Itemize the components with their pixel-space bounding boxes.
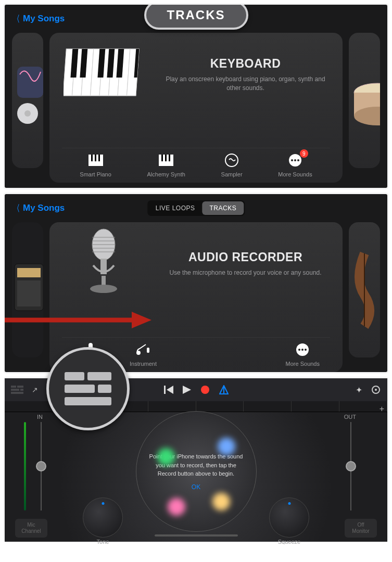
- back-label: My Songs: [23, 203, 65, 213]
- microphone-image: [62, 232, 145, 294]
- svg-point-49: [301, 349, 304, 351]
- svg-rect-62: [164, 386, 166, 394]
- svg-rect-60: [20, 389, 23, 391]
- segmented-control[interactable]: LIVE LOOPS TRACKS: [147, 200, 245, 216]
- tracks-view-callout-circle: [46, 347, 130, 430]
- instrument-desc: Play an onscreen keyboard using piano, o…: [161, 75, 330, 93]
- input-meter: [24, 422, 26, 510]
- svg-rect-46: [147, 348, 149, 353]
- instrument-carousel[interactable]: AUDIO RECORDER Use the microphone to rec…: [5, 222, 387, 374]
- svg-rect-56: [65, 397, 111, 405]
- magic-button[interactable]: ✦: [356, 385, 362, 395]
- record-button[interactable]: [200, 385, 210, 394]
- preset-label: Sampler: [221, 171, 243, 177]
- svg-rect-54: [65, 385, 95, 393]
- input-slider[interactable]: [33, 422, 49, 510]
- preset-more-sounds[interactable]: 9 More Sounds: [278, 152, 312, 177]
- preset-row: Smart Piano Alchemy Synth Sampler: [62, 148, 330, 177]
- red-arrow-annotation: [3, 310, 153, 330]
- preset-more-sounds[interactable]: More Sounds: [286, 342, 320, 367]
- tracks-callout-pill: TRACKS: [144, 3, 248, 30]
- tracks-view-icon: [65, 372, 111, 405]
- preset-label: Instrument: [130, 361, 157, 367]
- instrument-desc: Use the microphone to record your voice …: [161, 269, 330, 277]
- back-button[interactable]: 〈 My Songs: [12, 13, 65, 25]
- output-slider[interactable]: [343, 422, 359, 510]
- guitar-mic-icon: [135, 342, 151, 357]
- next-instrument-peek[interactable]: [349, 33, 380, 168]
- drum-icon: [349, 64, 380, 137]
- instrument-carousel[interactable]: KEYBOARD Play an onscreen keyboard using…: [5, 33, 387, 187]
- svg-point-45: [136, 351, 141, 355]
- add-track-button[interactable]: +: [380, 404, 384, 414]
- widget-icon: [12, 61, 43, 139]
- preset-alchemy-synth[interactable]: Alchemy Synth: [147, 152, 185, 177]
- svg-marker-63: [167, 386, 173, 394]
- svg-rect-23: [161, 155, 163, 161]
- svg-rect-21: [98, 155, 100, 161]
- screenshot-recorder-ui: ↗ ✦ + IN OUT: [3, 377, 389, 541]
- mic-channel-button[interactable]: MicChannel: [15, 519, 47, 538]
- settings-button[interactable]: [371, 385, 381, 395]
- play-button[interactable]: [183, 386, 191, 394]
- fx-button[interactable]: ↗: [32, 386, 38, 394]
- sampler-icon: [224, 152, 239, 168]
- preset-label: Smart Piano: [80, 171, 111, 177]
- screenshot-keyboard: TRACKS 〈 My Songs LIVE LOOPS TRACKS: [3, 3, 389, 189]
- preset-smart-piano[interactable]: Smart Piano: [80, 152, 111, 177]
- keyboard-card[interactable]: KEYBOARD Play an onscreen keyboard using…: [49, 33, 343, 183]
- squeeze-knob[interactable]: Squeeze: [269, 497, 309, 538]
- svg-rect-38: [17, 280, 41, 306]
- svg-point-28: [291, 159, 293, 161]
- screenshot-audio-recorder: 〈 My Songs LIVE LOOPS TRACKS: [3, 193, 389, 374]
- badge-count: 9: [300, 149, 308, 158]
- tracks-view-button[interactable]: [11, 386, 23, 394]
- gear-icon: [371, 385, 381, 395]
- skip-back-button[interactable]: [164, 386, 173, 394]
- back-label: My Songs: [23, 14, 65, 24]
- prev-instrument-peek[interactable]: [12, 33, 43, 168]
- back-button[interactable]: 〈 My Songs: [12, 202, 65, 214]
- recorder-body: + IN OUT Point your iPhone towards the s…: [5, 401, 387, 542]
- svg-rect-19: [91, 155, 93, 161]
- tone-knob[interactable]: Tone: [83, 497, 123, 538]
- svg-point-29: [294, 159, 296, 161]
- piano-keys-icon: [158, 152, 174, 168]
- violin-icon: [349, 248, 380, 331]
- svg-point-26: [225, 154, 238, 167]
- svg-rect-53: [87, 372, 111, 380]
- more-icon: [295, 342, 310, 357]
- svg-point-50: [305, 349, 307, 351]
- svg-point-69: [375, 389, 377, 391]
- ok-button[interactable]: OK: [149, 483, 243, 491]
- svg-point-65: [201, 386, 209, 394]
- home-indicator: [155, 534, 238, 537]
- segment-live-loops[interactable]: LIVE LOOPS: [148, 201, 203, 215]
- svg-rect-57: [11, 386, 16, 388]
- svg-rect-25: [169, 155, 170, 161]
- preset-label: More Sounds: [286, 361, 320, 367]
- svg-rect-61: [11, 392, 23, 394]
- svg-point-48: [298, 349, 300, 351]
- instrument-title: KEYBOARD: [161, 57, 330, 71]
- monitor-button[interactable]: OffMonitor: [345, 519, 377, 538]
- metronome-button[interactable]: [219, 385, 229, 394]
- segment-tracks[interactable]: TRACKS: [203, 201, 244, 215]
- svg-rect-55: [98, 385, 111, 393]
- svg-rect-37: [17, 268, 41, 277]
- preset-label: More Sounds: [278, 171, 312, 177]
- in-label: IN: [37, 414, 43, 420]
- svg-rect-24: [165, 155, 167, 161]
- preset-sampler[interactable]: Sampler: [221, 152, 243, 177]
- out-label: OUT: [344, 414, 356, 420]
- svg-rect-0: [17, 67, 43, 98]
- knob-label: Tone: [83, 539, 122, 539]
- preset-instrument[interactable]: Instrument: [130, 342, 157, 367]
- preset-label: Alchemy Synth: [147, 171, 185, 177]
- svg-marker-64: [183, 386, 191, 394]
- visualizer-circle: Point your iPhone towards the sound you …: [136, 411, 257, 532]
- next-instrument-peek[interactable]: [349, 222, 380, 357]
- prev-instrument-peek[interactable]: [12, 222, 43, 357]
- chevron-left-icon: 〈: [14, 13, 20, 25]
- svg-rect-20: [95, 155, 96, 161]
